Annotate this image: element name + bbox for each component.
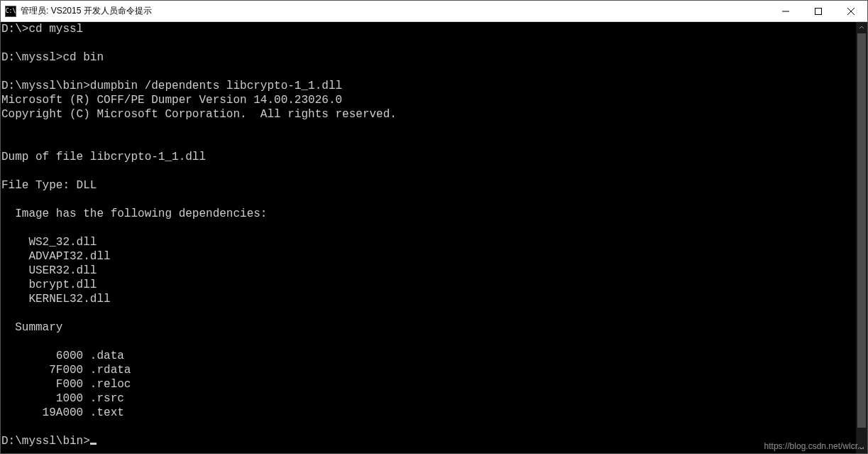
minimize-icon — [782, 8, 789, 15]
window-title: 管理员: VS2015 开发人员命令提示 — [21, 5, 769, 17]
scrollbar-vertical[interactable] — [856, 22, 867, 453]
scrollbar-up-button[interactable] — [856, 22, 867, 33]
maximize-button[interactable] — [802, 1, 835, 21]
titlebar[interactable]: C:\ 管理员: VS2015 开发人员命令提示 — [1, 1, 867, 22]
app-icon: C:\ — [5, 6, 16, 17]
window-controls — [769, 1, 867, 21]
close-icon — [847, 8, 855, 15]
terminal-output[interactable]: D:\>cd myssl D:\myssl>cd bin D:\myssl\bi… — [1, 22, 856, 453]
svg-rect-0 — [815, 8, 822, 14]
scrollbar-down-button[interactable] — [856, 442, 867, 453]
chevron-down-icon — [859, 445, 864, 450]
app-icon-label: C:\ — [6, 8, 16, 14]
prompt-text: D:\myssl\bin> — [1, 435, 90, 448]
close-button[interactable] — [835, 1, 867, 21]
app-window: C:\ 管理员: VS2015 开发人员命令提示 D:\>cd myssl D:… — [0, 0, 868, 454]
chevron-up-icon — [859, 25, 864, 31]
terminal-container: D:\>cd myssl D:\myssl>cd bin D:\myssl\bi… — [1, 22, 867, 453]
minimize-button[interactable] — [769, 1, 802, 21]
scrollbar-thumb[interactable] — [857, 33, 866, 428]
maximize-icon — [815, 8, 822, 15]
prompt-line: D:\myssl\bin> — [1, 435, 97, 448]
cursor — [90, 443, 97, 445]
